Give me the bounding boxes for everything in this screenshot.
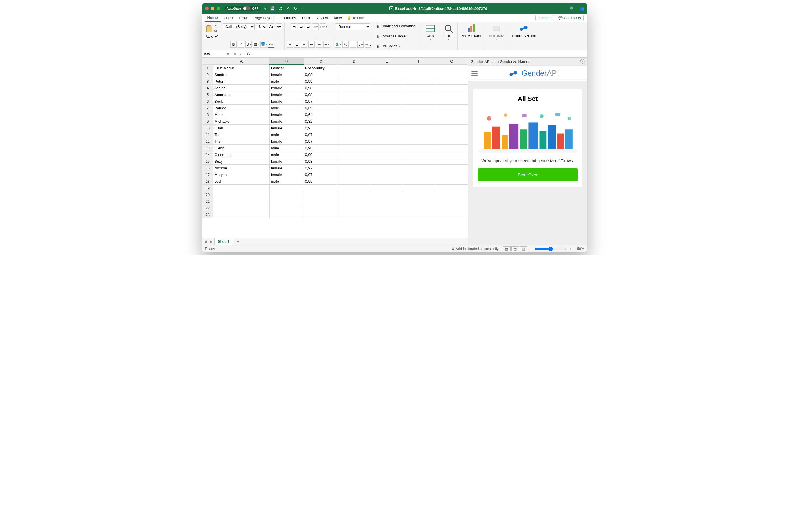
cell[interactable]: male bbox=[269, 151, 304, 158]
accept-formula-icon[interactable]: ✓ bbox=[239, 51, 243, 57]
cell[interactable] bbox=[213, 191, 270, 198]
cell[interactable] bbox=[436, 191, 468, 198]
cell[interactable]: 0,97 bbox=[304, 131, 338, 138]
cell[interactable] bbox=[304, 185, 338, 191]
cell[interactable]: female bbox=[269, 171, 304, 178]
cell[interactable] bbox=[338, 91, 370, 98]
cell[interactable] bbox=[370, 111, 403, 118]
cell[interactable] bbox=[436, 91, 468, 98]
tab-view[interactable]: View bbox=[331, 15, 345, 21]
start-over-button[interactable]: Start Over bbox=[478, 168, 578, 181]
redo-icon[interactable]: ↻ bbox=[294, 6, 297, 11]
grid-scroll[interactable]: A B C D E F G 1First NameGenderProbabili… bbox=[202, 58, 468, 238]
cell[interactable] bbox=[338, 165, 370, 171]
autosave-switch-icon[interactable] bbox=[243, 6, 250, 11]
align-right-icon[interactable]: ≡ bbox=[301, 41, 307, 48]
cell[interactable] bbox=[370, 171, 403, 178]
row-header[interactable]: 22 bbox=[202, 205, 213, 211]
cell[interactable] bbox=[403, 158, 436, 165]
cell[interactable] bbox=[370, 165, 403, 171]
underline-button[interactable]: U bbox=[245, 41, 252, 48]
cell[interactable] bbox=[403, 98, 436, 105]
cells-button[interactable]: Cells bbox=[424, 23, 437, 41]
cell[interactable]: Nichole bbox=[213, 165, 270, 171]
row-header[interactable]: 1 bbox=[202, 65, 213, 71]
sheet-tab-1[interactable]: Sheet1 bbox=[214, 238, 233, 245]
cell[interactable] bbox=[403, 138, 436, 145]
cell[interactable]: male bbox=[269, 178, 304, 185]
format-painter-icon[interactable]: 🖌 bbox=[214, 34, 218, 38]
bold-button[interactable]: B bbox=[230, 41, 237, 48]
formula-input[interactable] bbox=[252, 50, 587, 57]
minimize-window-icon[interactable] bbox=[211, 7, 214, 10]
cell[interactable]: female bbox=[269, 98, 304, 105]
cell[interactable]: male bbox=[269, 145, 304, 151]
orientation-icon[interactable]: ⤭ bbox=[312, 23, 319, 30]
cell[interactable] bbox=[269, 205, 304, 211]
cell[interactable] bbox=[338, 71, 370, 78]
cell[interactable]: Suzy bbox=[213, 158, 270, 165]
cell[interactable] bbox=[338, 78, 370, 85]
home-icon[interactable]: ⌂ bbox=[264, 6, 266, 11]
tab-draw[interactable]: Draw bbox=[236, 15, 250, 21]
cell[interactable] bbox=[269, 191, 304, 198]
row-header[interactable]: 6 bbox=[202, 98, 213, 105]
cell[interactable] bbox=[269, 198, 304, 205]
cell[interactable] bbox=[436, 165, 468, 171]
search-icon[interactable]: 🔍 bbox=[570, 6, 574, 11]
more-icon[interactable]: ··· bbox=[301, 6, 304, 11]
cell[interactable] bbox=[338, 151, 370, 158]
cell[interactable]: Tod bbox=[213, 131, 270, 138]
indent-right-icon[interactable]: ⇥ bbox=[316, 41, 322, 48]
copy-icon[interactable]: ⧉ bbox=[214, 29, 218, 33]
cell[interactable]: female bbox=[269, 125, 304, 131]
row-header[interactable]: 4 bbox=[202, 85, 213, 91]
cell[interactable]: Janina bbox=[213, 85, 270, 91]
cell[interactable] bbox=[436, 171, 468, 178]
page-break-view-icon[interactable]: ▥ bbox=[520, 246, 527, 251]
fx-icon[interactable]: fx bbox=[245, 51, 252, 57]
font-size-select[interactable]: 12 bbox=[256, 23, 267, 30]
cell[interactable] bbox=[269, 185, 304, 191]
cell[interactable]: Mittie bbox=[213, 111, 270, 118]
cell[interactable] bbox=[370, 85, 403, 91]
cell[interactable]: female bbox=[269, 71, 304, 78]
cell[interactable]: 0,9 bbox=[304, 125, 338, 131]
normal-view-icon[interactable]: ▦ bbox=[503, 246, 511, 251]
autosave-toggle[interactable]: AutoSave OFF bbox=[224, 6, 261, 11]
font-color-button[interactable]: A bbox=[268, 41, 274, 48]
cell[interactable] bbox=[338, 111, 370, 118]
cell[interactable]: 0,97 bbox=[304, 165, 338, 171]
cell[interactable] bbox=[436, 71, 468, 78]
cell[interactable]: female bbox=[269, 111, 304, 118]
cell[interactable] bbox=[269, 211, 304, 218]
cell[interactable]: 0,98 bbox=[304, 145, 338, 151]
cell[interactable]: Gender bbox=[269, 65, 304, 71]
cell[interactable]: female bbox=[269, 165, 304, 171]
cell[interactable] bbox=[338, 98, 370, 105]
cell[interactable] bbox=[370, 151, 403, 158]
cell[interactable] bbox=[403, 105, 436, 111]
cell[interactable]: 0,97 bbox=[304, 98, 338, 105]
cell[interactable] bbox=[213, 211, 270, 218]
cell[interactable] bbox=[403, 185, 436, 191]
cell[interactable] bbox=[436, 131, 468, 138]
row-header[interactable]: 2 bbox=[202, 71, 213, 78]
tab-formulas[interactable]: Formulas bbox=[277, 15, 299, 21]
cell[interactable] bbox=[370, 71, 403, 78]
row-header[interactable]: 17 bbox=[202, 171, 213, 178]
undo-icon[interactable]: ↶ bbox=[287, 6, 290, 11]
cell[interactable]: 0,69 bbox=[304, 105, 338, 111]
namebox-dropdown-icon[interactable]: ▾ bbox=[225, 51, 231, 57]
analyse-data-button[interactable]: Analyse Data bbox=[460, 23, 482, 37]
row-header[interactable]: 19 bbox=[202, 185, 213, 191]
cell[interactable] bbox=[403, 131, 436, 138]
cell[interactable] bbox=[436, 85, 468, 91]
align-bottom-icon[interactable]: ⬓ bbox=[305, 23, 311, 30]
cell[interactable] bbox=[436, 178, 468, 185]
cell[interactable]: male bbox=[269, 131, 304, 138]
cell[interactable] bbox=[370, 178, 403, 185]
cell[interactable] bbox=[403, 191, 436, 198]
tab-data[interactable]: Data bbox=[299, 15, 313, 21]
cell[interactable] bbox=[370, 198, 403, 205]
